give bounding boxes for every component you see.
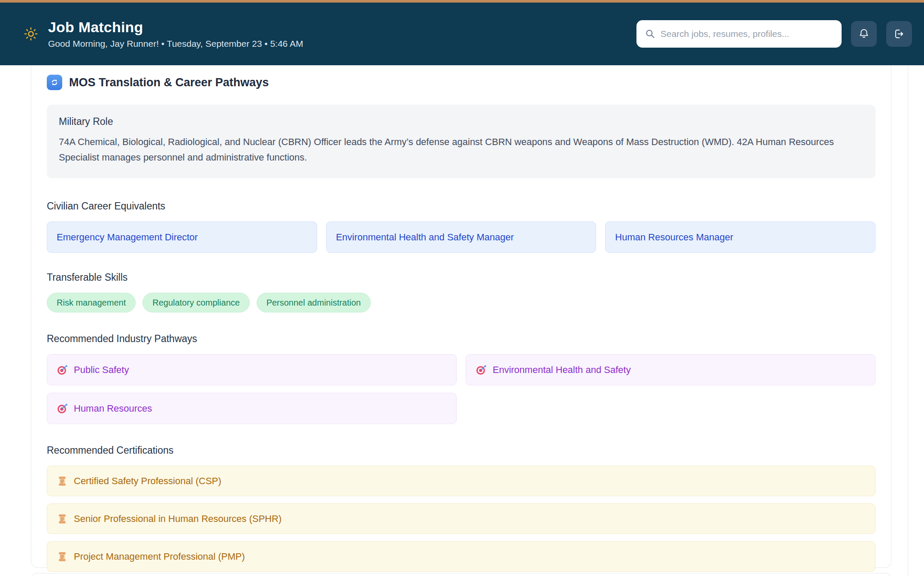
logout-icon (893, 28, 905, 40)
notifications-button[interactable] (851, 21, 877, 47)
military-role-box: Military Role 74A Chemical, Biological, … (47, 105, 876, 178)
certification-card[interactable]: Project Management Professional (PMP) (47, 541, 876, 572)
dart-icon (57, 403, 68, 414)
page-subtitle: Good Morning, Jay Runner! • Tuesday, Sep… (48, 39, 303, 49)
skill-pill: Personnel administration (257, 293, 371, 312)
header-right (636, 20, 912, 48)
certification-card[interactable]: Senior Professional in Human Resources (… (47, 503, 876, 534)
career-card[interactable]: Emergency Management Director (47, 221, 317, 253)
scroll-icon (57, 476, 68, 487)
pathway-card[interactable]: Environmental Health and Safety (466, 354, 876, 385)
civilian-careers-heading: Civilian Career Equivalents (47, 200, 876, 212)
scroll-icon (57, 551, 68, 562)
pathway-card[interactable]: Human Resources (47, 393, 457, 424)
sync-icon (47, 75, 62, 90)
app-header: Job Matching Good Morning, Jay Runner! •… (0, 3, 924, 65)
certification-card[interactable]: Certified Safety Professional (CSP) (47, 466, 876, 496)
scroll-icon (57, 513, 68, 524)
civilian-careers-grid: Emergency Management Director Environmen… (47, 221, 876, 253)
pathway-label: Environmental Health and Safety (493, 364, 631, 376)
right-panel-divider (908, 65, 908, 576)
certification-label: Project Management Professional (PMP) (74, 551, 245, 562)
logout-button[interactable] (886, 21, 912, 47)
header-left: Job Matching Good Morning, Jay Runner! •… (22, 19, 303, 49)
section-title: MOS Translation & Career Pathways (69, 76, 269, 89)
military-role-description: 74A Chemical, Biological, Radiological, … (59, 134, 863, 165)
main-area: MOS Translation & Career Pathways Milita… (0, 65, 924, 576)
certification-label: Senior Professional in Human Resources (… (74, 513, 282, 524)
pathway-label: Human Resources (74, 403, 152, 414)
career-card[interactable]: Environmental Health and Safety Manager (326, 221, 597, 253)
military-role-heading: Military Role (59, 116, 863, 127)
sun-icon (22, 25, 39, 42)
career-card[interactable]: Human Resources Manager (605, 221, 876, 253)
dart-icon (476, 364, 487, 376)
title-block: Job Matching Good Morning, Jay Runner! •… (48, 19, 303, 49)
pathway-card[interactable]: Public Safety (47, 354, 457, 385)
certifications-heading: Recommended Certifications (47, 445, 876, 456)
search-box (636, 20, 842, 48)
section-header: MOS Translation & Career Pathways (47, 75, 876, 90)
pathway-label: Public Safety (74, 364, 129, 376)
skill-pill: Risk management (47, 293, 136, 312)
mos-translation-card: MOS Translation & Career Pathways Milita… (31, 65, 891, 568)
dart-icon (57, 364, 68, 376)
industry-pathways-grid: Public Safety Environmental Health and S… (47, 354, 876, 424)
industry-pathways-heading: Recommended Industry Pathways (47, 333, 876, 345)
page-title: Job Matching (48, 19, 303, 36)
skills-pill-row: Risk management Regulatory compliance Pe… (47, 293, 876, 312)
next-section-card-edge (31, 573, 891, 576)
certification-label: Certified Safety Professional (CSP) (74, 476, 221, 487)
transferable-skills-heading: Transferable Skills (47, 272, 876, 283)
bell-icon (858, 28, 870, 40)
search-icon (645, 29, 655, 39)
search-input[interactable] (660, 29, 833, 39)
certifications-list: Certified Safety Professional (CSP) (47, 466, 876, 572)
skill-pill: Regulatory compliance (142, 293, 249, 312)
